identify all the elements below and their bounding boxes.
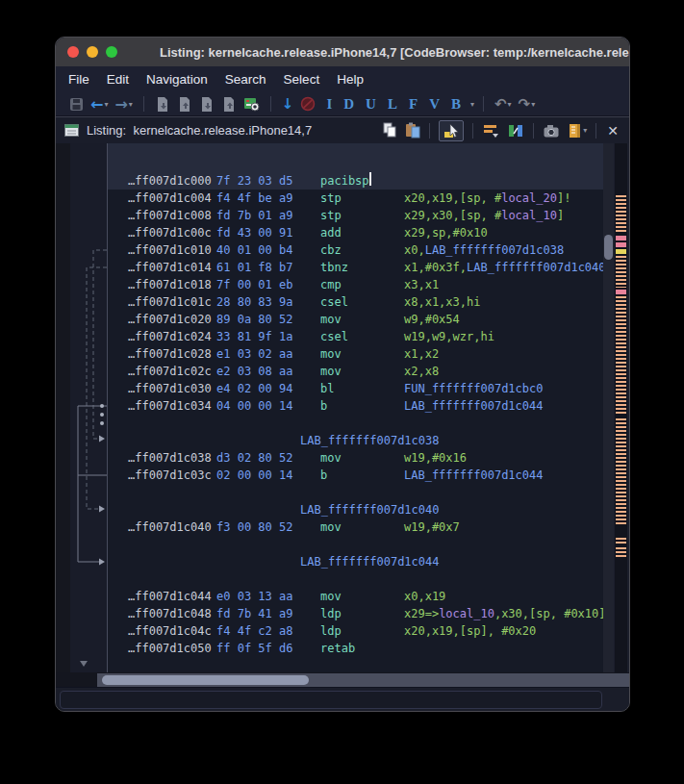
go-to-next-button[interactable]: ↓ xyxy=(280,93,296,114)
listing-row[interactable]: …ff007d1c030e4 02 00 94blFUN_fffffff007d… xyxy=(108,380,603,397)
cursor-location-toggle[interactable] xyxy=(439,120,464,141)
listing-row[interactable]: …ff007d1c004f4 4f be a9stpx20,x19,[sp, #… xyxy=(108,190,603,207)
instruction-address[interactable]: …ff007d1c00c xyxy=(128,224,212,241)
navigate-in-button[interactable] xyxy=(175,93,194,114)
operand-text[interactable]: x20,x19,[sp], #0x20 xyxy=(404,624,536,638)
save-button[interactable] xyxy=(67,93,86,114)
listing-row[interactable]: …ff007d1c0187f 00 01 ebcmpx3,x1 xyxy=(108,276,603,293)
instruction-bytes[interactable]: d3 02 80 52 xyxy=(216,449,292,467)
instruction-mnemonic[interactable]: retab xyxy=(320,640,355,657)
instruction-address[interactable]: …ff007d1c040 xyxy=(128,518,212,536)
listing-row[interactable]: …ff007d1c02433 81 9f 1acselw19,w9,wzr,hi xyxy=(108,328,603,345)
listing-row[interactable]: …ff007d1c03404 00 00 14bLAB_fffffff007d1… xyxy=(108,397,603,415)
paste-button[interactable] xyxy=(405,120,420,141)
instruction-operands[interactable]: x29=>local_10,x30,[sp, #0x10] xyxy=(404,605,603,622)
instruction-address[interactable]: …ff007d1c050 xyxy=(128,640,212,657)
overview-marker-margin[interactable] xyxy=(615,143,627,672)
vertical-scrollbar[interactable] xyxy=(603,143,614,672)
listing-row[interactable]: …ff007d1c048fd 7b 41 a9ldpx29=>local_10,… xyxy=(108,605,603,622)
operand-variable[interactable]: local_10 xyxy=(501,209,557,222)
snapshot-button[interactable] xyxy=(543,120,560,141)
instruction-operands[interactable]: LAB_fffffff007d1c044 xyxy=(404,397,544,415)
instruction-bytes[interactable]: f4 4f be a9 xyxy=(216,190,292,207)
previous-function-button[interactable] xyxy=(219,93,239,114)
operand-text[interactable]: w19,#0x7 xyxy=(404,520,460,534)
undo-dropdown-icon[interactable]: ▾ xyxy=(508,100,512,109)
instruction-address[interactable]: …ff007d1c034 xyxy=(128,397,212,415)
instruction-mnemonic[interactable]: b xyxy=(320,397,327,415)
listing-display-dropdown-icon[interactable]: ▾ xyxy=(583,126,587,135)
operand-text[interactable]: ] xyxy=(557,209,564,222)
instruction-bytes[interactable]: ff 0f 5f d6 xyxy=(216,640,292,657)
instruction-address[interactable]: …ff007d1c04c xyxy=(128,622,212,640)
redo-dropdown-icon[interactable]: ▾ xyxy=(531,100,535,109)
operand-text[interactable]: x1,x2 xyxy=(404,347,439,361)
operand-reference[interactable]: LAB_fffffff007d1c044 xyxy=(404,399,544,413)
listing-row[interactable]: …ff007d1c01040 01 00 b4cbzx0,LAB_fffffff… xyxy=(108,241,603,259)
instruction-address[interactable]: …ff007d1c030 xyxy=(128,380,212,397)
instruction-mnemonic[interactable]: tbnz xyxy=(320,259,348,276)
marker-pink[interactable] xyxy=(616,290,626,294)
expand-blocks-button[interactable] xyxy=(482,120,499,141)
code-label[interactable]: LAB_fffffff007d1c040 xyxy=(300,501,440,518)
listing-row[interactable]: …ff007d1c02ce2 03 08 aamovx2,x8 xyxy=(108,363,603,380)
instruction-operands[interactable]: x29,x30,[sp, #local_10] xyxy=(404,207,564,224)
back-button[interactable]: ←▾ xyxy=(89,93,110,114)
instruction-address[interactable]: …ff007d1c008 xyxy=(128,207,212,224)
instruction-operands[interactable]: LAB_fffffff007d1c044 xyxy=(404,467,544,484)
marker-yellow[interactable] xyxy=(616,249,626,254)
instruction-address[interactable]: …ff007d1c01c xyxy=(128,293,212,311)
instruction-operands[interactable]: w19,#0x7 xyxy=(404,518,460,536)
instruction-bytes[interactable]: 7f 23 03 d5 xyxy=(216,172,292,190)
next-function-button[interactable] xyxy=(197,93,216,114)
redo-button[interactable]: ↷▾ xyxy=(517,93,538,114)
copy-button[interactable] xyxy=(382,120,397,141)
listing-row[interactable]: …ff007d1c02089 0a 80 52movw9,#0x54 xyxy=(108,311,603,328)
horizontal-scrollbar-thumb[interactable] xyxy=(102,675,309,685)
instruction-operands[interactable]: x3,x1 xyxy=(404,276,439,293)
instruction-bytes[interactable]: 33 81 9f 1a xyxy=(216,328,292,345)
instruction-mnemonic[interactable]: stp xyxy=(320,207,342,224)
marker-segment[interactable] xyxy=(616,296,626,415)
instruction-mnemonic[interactable]: b xyxy=(320,467,327,484)
instruction-operands[interactable]: x1,#0x3f,LAB_fffffff007d1c040 xyxy=(404,259,603,276)
instruction-mnemonic[interactable]: stp xyxy=(320,190,342,207)
menu-item-navigation[interactable]: Navigation xyxy=(138,66,216,92)
datatype-button-l[interactable]: L xyxy=(382,96,403,113)
listing-row[interactable]: …ff007d1c01c28 80 83 9acselx8,x1,x3,hi xyxy=(108,293,603,311)
listing-label-row[interactable]: LAB_fffffff007d1c040 xyxy=(108,501,603,518)
forward-dropdown-icon[interactable]: ▾ xyxy=(129,100,133,109)
operand-variable[interactable]: local_10 xyxy=(439,607,494,620)
instruction-bytes[interactable]: fd 7b 41 a9 xyxy=(216,605,292,622)
marker-pink[interactable] xyxy=(616,242,626,247)
close-panel-button[interactable]: ✕ xyxy=(605,120,621,141)
instruction-bytes[interactable]: fd 43 00 91 xyxy=(216,224,292,241)
instruction-operands[interactable]: x20,x19,[sp, #local_20]! xyxy=(404,190,570,207)
listing-row[interactable]: …ff007d1c050ff 0f 5f d6retab xyxy=(108,640,603,657)
instruction-operands[interactable]: x20,x19,[sp], #0x20 xyxy=(404,622,536,640)
listing-row[interactable]: …ff007d1c0007f 23 03 d5pacibsp xyxy=(108,172,603,190)
instruction-mnemonic[interactable]: bl xyxy=(320,380,334,397)
listing-row[interactable]: …ff007d1c044e0 03 13 aamovx0,x19 xyxy=(108,588,603,605)
instruction-address[interactable]: …ff007d1c044 xyxy=(128,588,212,605)
instruction-operands[interactable]: x1,x2 xyxy=(404,345,439,363)
instruction-operands[interactable]: x8,x1,x3,hi xyxy=(404,293,480,311)
operand-text[interactable]: x1,#0x3f, xyxy=(404,261,467,274)
instruction-mnemonic[interactable]: mov xyxy=(320,588,342,605)
close-window-button[interactable] xyxy=(67,46,79,58)
instruction-bytes[interactable]: 7f 00 01 eb xyxy=(216,276,292,293)
instruction-operands[interactable]: x29,sp,#0x10 xyxy=(404,224,488,241)
marker-segment[interactable] xyxy=(616,256,626,288)
marker-segment[interactable] xyxy=(616,195,626,234)
forward-button[interactable]: →▾ xyxy=(113,93,134,114)
instruction-address[interactable]: …ff007d1c038 xyxy=(128,449,212,467)
operand-text[interactable]: x3,x1 xyxy=(404,278,439,291)
operand-text[interactable]: x8,x1,x3,hi xyxy=(404,295,480,309)
listing-row[interactable]: …ff007d1c04cf4 4f c2 a8ldpx20,x19,[sp], … xyxy=(108,622,603,640)
menu-item-search[interactable]: Search xyxy=(216,66,275,92)
letters-dropdown-icon[interactable]: ▾ xyxy=(470,100,474,109)
horizontal-scrollbar[interactable] xyxy=(97,673,630,687)
undo-button[interactable]: ↶▾ xyxy=(493,93,514,114)
operand-text[interactable]: x20,x19,[sp, # xyxy=(404,191,501,205)
instruction-bytes[interactable]: 89 0a 80 52 xyxy=(216,311,292,328)
